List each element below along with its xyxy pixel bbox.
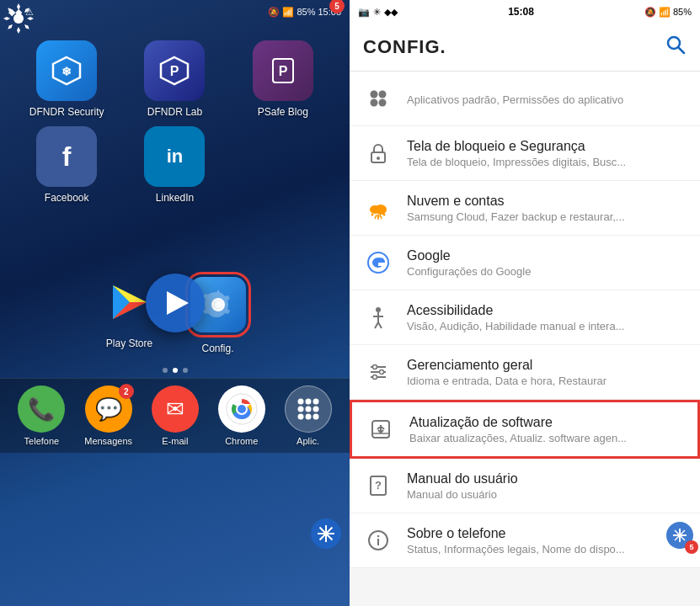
google-title: Google (407, 248, 687, 263)
svg-point-36 (383, 214, 386, 216)
linkedin-icon-img: in (144, 126, 205, 187)
svg-line-25 (679, 48, 685, 54)
aplic-icon-img (285, 385, 332, 433)
svg-text:P: P (170, 64, 179, 78)
chrome-icon-img (218, 385, 265, 433)
svg-point-17 (297, 414, 303, 420)
dfndr-lab-icon-img: P (144, 40, 205, 101)
psafe-blog-label: PSafe Blog (258, 106, 308, 118)
dfndr-security-icon-img: ❄ (36, 40, 97, 101)
svg-point-28 (371, 99, 378, 107)
dock-icon-email[interactable]: ✉ E-mail (152, 385, 199, 446)
app-icon-dfndr-lab[interactable]: P DFNDR Lab (125, 40, 224, 118)
google-text: Google Configurações do Google (407, 248, 687, 278)
svg-point-29 (379, 99, 387, 107)
atualizacao-icon (366, 414, 396, 444)
dot-1 (163, 368, 168, 373)
chrome-label: Chrome (225, 436, 258, 446)
app-icon-facebook[interactable]: f Facebook (17, 126, 116, 204)
signal-icon: 📶 (282, 7, 294, 18)
nuvem-icon (363, 193, 393, 223)
gerenciamento-text: Gerenciamento geral Idioma e entrada, Da… (407, 358, 687, 387)
svg-line-41 (375, 322, 378, 328)
tela-bloqueio-text: Tela de bloqueio e Segurança Tela de blo… (407, 139, 687, 168)
telefone-label: Telefone (24, 436, 60, 446)
dfndr-security-label: DFNDR Security (29, 106, 104, 118)
svg-text:P: P (278, 64, 287, 78)
svg-point-15 (305, 407, 311, 412)
aplicativos-subtitle: Aplicativos padrão, Permissões do aplica… (407, 93, 687, 106)
settings-item-atualizacao[interactable]: Atualização de software Baixar atualizaç… (350, 400, 700, 459)
settings-item-aplicativos[interactable]: Aplicativos padrão, Permissões do aplica… (350, 72, 700, 126)
svg-text:❄: ❄ (61, 65, 72, 78)
svg-point-10 (238, 405, 246, 413)
google-icon (363, 247, 393, 278)
svg-point-19 (313, 414, 318, 420)
google-subtitle: Configurações do Google (407, 265, 687, 278)
dock-icon-aplic[interactable]: Aplic. (285, 385, 332, 446)
settings-item-google[interactable]: Google Configurações do Google (350, 236, 700, 290)
svg-point-46 (373, 365, 377, 369)
settings-item-acessibilidade[interactable]: Acessibilidade Visão, Audição, Habilidad… (350, 290, 700, 345)
atualizacao-title: Atualização de software (409, 415, 684, 430)
manual-text: Manual do usuário Manual do usuário (407, 471, 687, 501)
settings-item-manual[interactable]: ? Manual do usuário Manual do usuário (350, 459, 700, 513)
status-bar-left: ◆◆ ⚠ 🔕 📶 85% 15:08 (0, 0, 350, 24)
svg-point-14 (297, 407, 303, 412)
svg-point-11 (297, 399, 303, 405)
svg-point-48 (373, 375, 377, 380)
battery-left: 85% (297, 7, 315, 17)
svg-point-34 (371, 214, 374, 216)
settings-item-sobre[interactable]: Sobre o telefone Status, Informações leg… (350, 513, 700, 568)
psafe-blog-icon-img: P (253, 40, 313, 101)
settings-item-gerenciamento[interactable]: Gerenciamento geral Idioma e entrada, Da… (350, 345, 700, 400)
dock-icon-mensagens[interactable]: 💬 2 Mensagens (84, 385, 132, 446)
sobre-icon (363, 525, 393, 556)
settings-item-tela-bloqueio[interactable]: Tela de bloqueio e Segurança Tela de blo… (350, 126, 700, 181)
aplicativos-icon (363, 83, 393, 114)
config-label: Config. (201, 343, 233, 354)
search-button[interactable] (665, 34, 687, 61)
settings-list: Aplicativos padrão, Permissões do aplica… (350, 72, 700, 606)
svg-text:?: ? (375, 479, 382, 492)
sobre-text: Sobre o telefone Status, Informações leg… (407, 526, 687, 556)
svg-point-7 (13, 13, 24, 24)
aplic-label: Aplic. (297, 436, 319, 446)
mensagens-badge: 2 (119, 384, 134, 399)
svg-point-27 (379, 91, 387, 98)
dot-indicators (0, 368, 350, 373)
manual-icon: ? (363, 470, 393, 501)
gerenciamento-icon (363, 357, 393, 387)
mensagens-icon-img: 💬 2 (85, 385, 132, 433)
settings-title: CONFIG. (363, 36, 446, 58)
left-panel: ◆◆ ⚠ 🔕 📶 85% 15:08 ❄ DFNDR Security P DF… (0, 0, 350, 606)
svg-point-35 (377, 215, 380, 218)
facebook-icon-img: f (36, 126, 97, 187)
dots-icon: ◆◆ (384, 7, 398, 18)
app-icon-dfndr-security[interactable]: ❄ DFNDR Security (17, 40, 116, 118)
app-icon-psafe-blog[interactable]: P PSafe Blog (233, 40, 333, 118)
svg-point-16 (313, 407, 318, 412)
svg-line-42 (378, 322, 382, 328)
svg-point-47 (380, 370, 384, 375)
svg-point-13 (313, 399, 318, 405)
acessibilidade-subtitle: Visão, Audição, Habilidade manual e inte… (407, 320, 687, 332)
svg-point-26 (371, 91, 378, 98)
camera-icon: 📷 (358, 7, 370, 18)
email-label: E-mail (162, 436, 188, 446)
app-icon-linkedin[interactable]: in LinkedIn (125, 126, 224, 204)
nuvem-text: Nuvem e contas Samsung Cloud, Fazer back… (407, 194, 687, 223)
nuvem-title: Nuvem e contas (407, 194, 687, 209)
mute-icon: 🔕 (268, 7, 280, 18)
svg-point-31 (377, 157, 380, 160)
play-button[interactable] (146, 274, 205, 332)
nuvem-subtitle: Samsung Cloud, Fazer backup e restaurar,… (407, 210, 687, 223)
sobre-title: Sobre o telefone (407, 526, 687, 541)
main-dock: 📞 Telefone 💬 2 Mensagens ✉ E-mail (0, 378, 350, 453)
settings-item-nuvem[interactable]: Nuvem e contas Samsung Cloud, Fazer back… (350, 181, 700, 236)
tela-bloqueio-title: Tela de bloqueio e Segurança (407, 139, 687, 154)
play-store-label: Play Store (106, 338, 152, 349)
sobre-subtitle: Status, Informações legais, Nome do disp… (407, 543, 687, 556)
dock-icon-telefone[interactable]: 📞 Telefone (18, 385, 65, 446)
dock-icon-chrome[interactable]: Chrome (218, 385, 265, 446)
